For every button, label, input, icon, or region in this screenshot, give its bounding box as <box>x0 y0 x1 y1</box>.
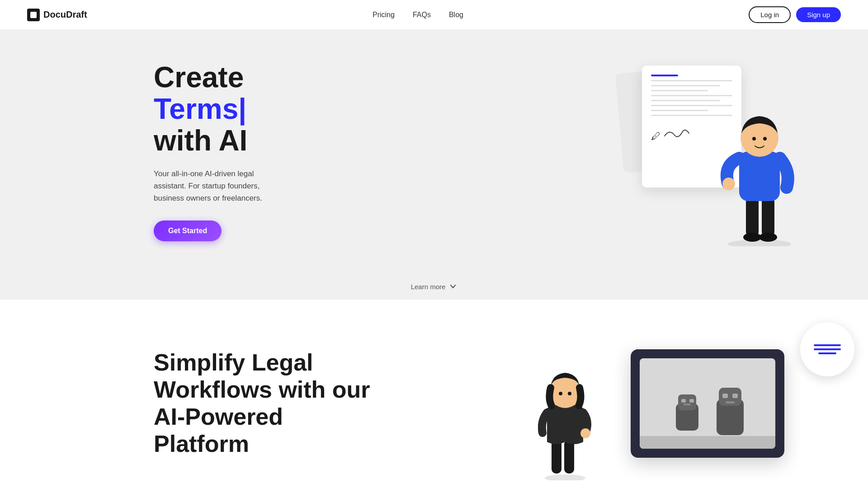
tablet-frame <box>631 349 784 458</box>
hero-line3: with AI <box>154 125 271 156</box>
svg-rect-19 <box>681 399 686 403</box>
second-section: Simplify Legal Workflows with our AI-Pow… <box>0 300 868 488</box>
tablet-notch <box>705 353 710 358</box>
second-section-text: Simplify Legal Workflows with our AI-Pow… <box>27 349 511 457</box>
hero-line1: Create <box>154 61 271 93</box>
hero-section: Create Terms | with AI Your all-in-one A… <box>0 29 868 273</box>
svg-rect-1 <box>746 197 759 237</box>
robot-svg <box>640 358 775 449</box>
nav-faqs[interactable]: FAQs <box>413 11 431 19</box>
logo[interactable]: DocuDraft <box>27 9 87 21</box>
nav-links: Pricing FAQs Blog <box>373 11 463 19</box>
person-figure <box>714 93 805 246</box>
logo-icon <box>27 9 40 21</box>
doc-line-2 <box>651 85 720 86</box>
person-figure-2 <box>538 363 592 480</box>
doc-line-3 <box>651 90 708 91</box>
svg-rect-21 <box>684 404 691 405</box>
navbar: DocuDraft Pricing FAQs Blog Log in Sign … <box>0 0 868 29</box>
hero-illustration: 🖊 <box>606 61 814 242</box>
svg-rect-2 <box>762 197 774 237</box>
svg-point-10 <box>545 474 585 480</box>
learn-more-label: Learn more <box>411 283 446 291</box>
svg-point-0 <box>728 239 791 246</box>
svg-point-3 <box>743 233 761 242</box>
second-heading: Simplify Legal Workflows with our AI-Pow… <box>154 349 371 457</box>
chat-line-2 <box>814 348 841 350</box>
second-heading-line3: AI-Powered Platform <box>154 404 371 458</box>
svg-rect-12 <box>564 440 574 474</box>
doc-line-1 <box>651 80 732 81</box>
hero-cursor: | <box>238 93 246 125</box>
chat-line-1 <box>814 344 841 346</box>
hero-description: Your all-in-one AI-driven legal assistan… <box>154 168 271 205</box>
chat-bubble <box>800 322 854 376</box>
second-heading-line2: Workflows with our <box>154 376 371 404</box>
get-started-button[interactable]: Get Started <box>154 221 222 241</box>
chat-line-3 <box>818 352 836 354</box>
nav-pricing[interactable]: Pricing <box>373 11 395 19</box>
second-illustration <box>511 336 841 471</box>
login-button[interactable]: Log in <box>749 6 791 23</box>
svg-rect-20 <box>689 399 694 403</box>
doc-header-line <box>651 75 678 76</box>
chevron-down-icon <box>449 282 457 291</box>
svg-rect-11 <box>552 440 561 474</box>
hero-content: Create Terms | with AI Your all-in-one A… <box>0 34 271 269</box>
svg-point-8 <box>763 137 767 141</box>
tablet-screen <box>640 358 775 449</box>
svg-rect-18 <box>678 394 696 410</box>
svg-rect-27 <box>640 436 775 449</box>
doc-line-7 <box>651 110 708 111</box>
svg-point-14 <box>559 392 562 395</box>
second-heading-line1: Simplify Legal <box>154 349 371 376</box>
svg-rect-24 <box>722 394 728 398</box>
svg-rect-26 <box>726 401 735 404</box>
nav-blog[interactable]: Blog <box>449 11 463 19</box>
doc-line-5 <box>651 100 720 101</box>
svg-point-4 <box>759 233 777 242</box>
svg-point-16 <box>580 428 590 438</box>
hero-line2: Terms <box>154 93 238 125</box>
nav-actions: Log in Sign up <box>749 6 841 23</box>
svg-point-7 <box>752 137 756 141</box>
logo-text: DocuDraft <box>43 9 87 20</box>
svg-rect-25 <box>732 394 738 398</box>
learn-more-button[interactable]: Learn more <box>411 282 458 291</box>
svg-point-9 <box>722 178 735 190</box>
svg-point-15 <box>568 392 571 395</box>
signup-button[interactable]: Sign up <box>796 7 841 22</box>
learn-more-section: Learn more <box>0 273 868 300</box>
